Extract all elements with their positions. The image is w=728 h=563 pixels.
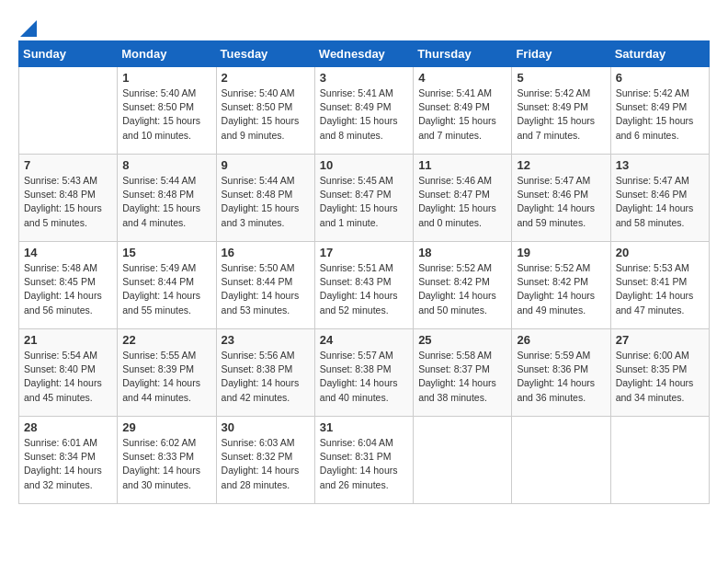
calendar-cell: 6Sunrise: 5:42 AMSunset: 8:49 PMDaylight… <box>610 67 709 155</box>
day-number: 26 <box>517 333 605 347</box>
calendar-cell: 12Sunrise: 5:47 AMSunset: 8:46 PMDayligh… <box>512 155 610 242</box>
logo <box>18 18 37 31</box>
cell-info: Sunrise: 5:47 AMSunset: 8:46 PMDaylight:… <box>517 174 605 230</box>
calendar-cell: 11Sunrise: 5:46 AMSunset: 8:47 PMDayligh… <box>414 155 512 242</box>
calendar-cell: 28Sunrise: 6:01 AMSunset: 8:34 PMDayligh… <box>19 417 118 504</box>
day-number: 2 <box>222 71 310 85</box>
day-number: 20 <box>616 246 704 259</box>
day-number: 24 <box>320 333 408 347</box>
day-number: 17 <box>320 246 408 259</box>
day-number: 28 <box>24 420 112 434</box>
cell-info: Sunrise: 5:58 AMSunset: 8:37 PMDaylight:… <box>418 349 506 405</box>
calendar-cell: 7Sunrise: 5:43 AMSunset: 8:48 PMDaylight… <box>19 155 118 242</box>
cell-info: Sunrise: 6:01 AMSunset: 8:34 PMDaylight:… <box>24 436 112 492</box>
cell-info: Sunrise: 5:51 AMSunset: 8:43 PMDaylight:… <box>320 261 408 317</box>
calendar-cell: 30Sunrise: 6:03 AMSunset: 8:32 PMDayligh… <box>216 417 314 504</box>
day-number: 21 <box>24 333 112 347</box>
calendar-body: 1Sunrise: 5:40 AMSunset: 8:50 PMDaylight… <box>19 67 710 504</box>
day-number: 7 <box>24 158 112 172</box>
cell-info: Sunrise: 5:52 AMSunset: 8:42 PMDaylight:… <box>517 261 605 317</box>
day-number: 5 <box>517 71 605 85</box>
calendar-cell: 4Sunrise: 5:41 AMSunset: 8:49 PMDaylight… <box>414 67 512 155</box>
day-number: 31 <box>320 420 408 434</box>
cell-info: Sunrise: 5:53 AMSunset: 8:41 PMDaylight:… <box>616 261 704 317</box>
calendar-cell: 23Sunrise: 5:56 AMSunset: 8:38 PMDayligh… <box>216 329 314 417</box>
day-number: 29 <box>122 420 210 434</box>
calendar-cell: 18Sunrise: 5:52 AMSunset: 8:42 PMDayligh… <box>414 242 512 329</box>
calendar-cell <box>610 417 709 504</box>
cell-info: Sunrise: 5:40 AMSunset: 8:50 PMDaylight:… <box>222 86 310 143</box>
day-number: 1 <box>122 71 210 85</box>
logo-arrow-icon <box>20 17 37 37</box>
col-monday: Monday <box>118 41 216 67</box>
col-tuesday: Tuesday <box>216 41 314 67</box>
cell-info: Sunrise: 5:50 AMSunset: 8:44 PMDaylight:… <box>222 261 310 317</box>
cell-info: Sunrise: 5:43 AMSunset: 8:48 PMDaylight:… <box>24 174 112 230</box>
calendar-cell: 14Sunrise: 5:48 AMSunset: 8:45 PMDayligh… <box>19 242 118 329</box>
day-number: 13 <box>616 158 704 172</box>
cell-info: Sunrise: 5:46 AMSunset: 8:47 PMDaylight:… <box>418 174 506 230</box>
day-number: 15 <box>122 246 210 259</box>
calendar-cell: 9Sunrise: 5:44 AMSunset: 8:48 PMDaylight… <box>216 155 314 242</box>
calendar-table: Sunday Monday Tuesday Wednesday Thursday… <box>18 40 710 504</box>
day-number: 23 <box>222 333 310 347</box>
calendar-cell: 27Sunrise: 6:00 AMSunset: 8:35 PMDayligh… <box>610 329 709 417</box>
calendar-cell: 20Sunrise: 5:53 AMSunset: 8:41 PMDayligh… <box>610 242 709 329</box>
day-number: 19 <box>517 246 605 259</box>
col-sunday: Sunday <box>19 41 118 67</box>
calendar-cell: 19Sunrise: 5:52 AMSunset: 8:42 PMDayligh… <box>512 242 610 329</box>
day-number: 6 <box>616 71 704 85</box>
calendar-cell: 16Sunrise: 5:50 AMSunset: 8:44 PMDayligh… <box>216 242 314 329</box>
cell-info: Sunrise: 5:49 AMSunset: 8:44 PMDaylight:… <box>122 261 210 317</box>
calendar-cell: 15Sunrise: 5:49 AMSunset: 8:44 PMDayligh… <box>118 242 216 329</box>
calendar-header-row: Sunday Monday Tuesday Wednesday Thursday… <box>19 41 710 67</box>
day-number: 14 <box>24 246 112 259</box>
calendar-cell <box>512 417 610 504</box>
cell-info: Sunrise: 5:44 AMSunset: 8:48 PMDaylight:… <box>222 174 310 230</box>
calendar-cell: 26Sunrise: 5:59 AMSunset: 8:36 PMDayligh… <box>512 329 610 417</box>
calendar-cell: 5Sunrise: 5:42 AMSunset: 8:49 PMDaylight… <box>512 67 610 155</box>
col-wednesday: Wednesday <box>314 41 413 67</box>
cell-info: Sunrise: 5:40 AMSunset: 8:50 PMDaylight:… <box>122 86 210 143</box>
day-number: 16 <box>222 246 310 259</box>
calendar-week-row: 21Sunrise: 5:54 AMSunset: 8:40 PMDayligh… <box>19 329 710 417</box>
calendar-cell: 13Sunrise: 5:47 AMSunset: 8:46 PMDayligh… <box>610 155 709 242</box>
day-number: 25 <box>418 333 506 347</box>
cell-info: Sunrise: 5:47 AMSunset: 8:46 PMDaylight:… <box>616 174 704 230</box>
day-number: 10 <box>320 158 408 172</box>
calendar-cell: 10Sunrise: 5:45 AMSunset: 8:47 PMDayligh… <box>314 155 413 242</box>
calendar-cell: 1Sunrise: 5:40 AMSunset: 8:50 PMDaylight… <box>118 67 216 155</box>
page-header <box>18 18 710 31</box>
cell-info: Sunrise: 5:52 AMSunset: 8:42 PMDaylight:… <box>418 261 506 317</box>
calendar-cell: 17Sunrise: 5:51 AMSunset: 8:43 PMDayligh… <box>314 242 413 329</box>
calendar-cell: 22Sunrise: 5:55 AMSunset: 8:39 PMDayligh… <box>118 329 216 417</box>
cell-info: Sunrise: 5:41 AMSunset: 8:49 PMDaylight:… <box>418 86 506 143</box>
calendar-week-row: 7Sunrise: 5:43 AMSunset: 8:48 PMDaylight… <box>19 155 710 242</box>
calendar-cell <box>414 417 512 504</box>
day-number: 11 <box>418 158 506 172</box>
day-number: 30 <box>222 420 310 434</box>
calendar-cell: 25Sunrise: 5:58 AMSunset: 8:37 PMDayligh… <box>414 329 512 417</box>
day-number: 8 <box>122 158 210 172</box>
calendar-cell: 31Sunrise: 6:04 AMSunset: 8:31 PMDayligh… <box>314 417 413 504</box>
day-number: 9 <box>222 158 310 172</box>
cell-info: Sunrise: 5:45 AMSunset: 8:47 PMDaylight:… <box>320 174 408 230</box>
calendar-cell: 29Sunrise: 6:02 AMSunset: 8:33 PMDayligh… <box>118 417 216 504</box>
day-number: 4 <box>418 71 506 85</box>
cell-info: Sunrise: 5:42 AMSunset: 8:49 PMDaylight:… <box>616 86 704 143</box>
calendar-cell: 8Sunrise: 5:44 AMSunset: 8:48 PMDaylight… <box>118 155 216 242</box>
cell-info: Sunrise: 5:59 AMSunset: 8:36 PMDaylight:… <box>517 349 605 405</box>
cell-info: Sunrise: 6:02 AMSunset: 8:33 PMDaylight:… <box>122 436 210 492</box>
cell-info: Sunrise: 6:00 AMSunset: 8:35 PMDaylight:… <box>616 349 704 405</box>
cell-info: Sunrise: 5:41 AMSunset: 8:49 PMDaylight:… <box>320 86 408 143</box>
day-number: 18 <box>418 246 506 259</box>
calendar-week-row: 28Sunrise: 6:01 AMSunset: 8:34 PMDayligh… <box>19 417 710 504</box>
cell-info: Sunrise: 5:48 AMSunset: 8:45 PMDaylight:… <box>24 261 112 317</box>
calendar-cell: 24Sunrise: 5:57 AMSunset: 8:38 PMDayligh… <box>314 329 413 417</box>
col-saturday: Saturday <box>610 41 709 67</box>
col-friday: Friday <box>512 41 610 67</box>
cell-info: Sunrise: 5:42 AMSunset: 8:49 PMDaylight:… <box>517 86 605 143</box>
day-number: 27 <box>616 333 704 347</box>
col-thursday: Thursday <box>414 41 512 67</box>
calendar-week-row: 14Sunrise: 5:48 AMSunset: 8:45 PMDayligh… <box>19 242 710 329</box>
